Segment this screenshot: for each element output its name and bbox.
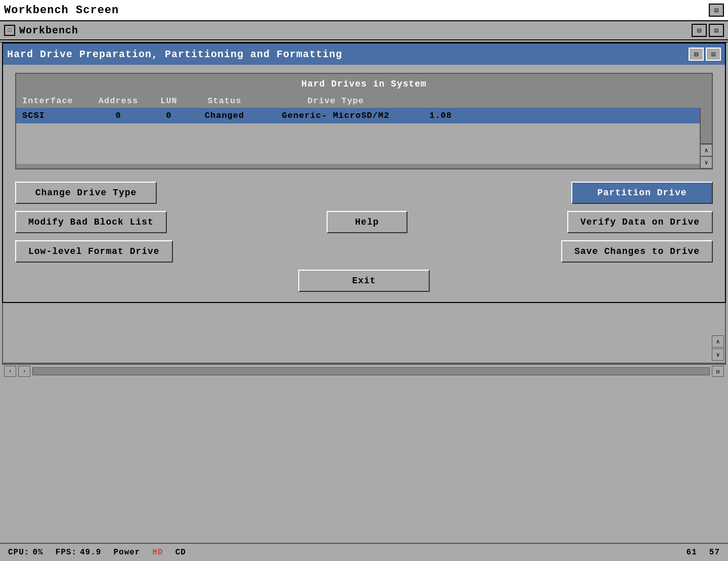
dialog-resize-button[interactable]: ⊡ — [706, 48, 721, 61]
row-interface: SCSI — [22, 111, 88, 120]
fps-value: 49.9 — [80, 548, 101, 557]
help-button[interactable]: Help — [327, 211, 407, 233]
low-level-format-button[interactable]: Low-level Format Drive — [15, 240, 173, 263]
button-row-4: Exit — [15, 270, 713, 292]
drive-table-section: Hard Drives in System Interface Address … — [15, 73, 713, 169]
fps-label: FPS: — [56, 548, 77, 557]
status-num1: 61 — [687, 548, 697, 557]
col-header-status: Status — [189, 96, 260, 106]
scroll-track — [701, 108, 712, 144]
button-row-2: Modify Bad Block List Help Verify Data o… — [15, 211, 713, 233]
col-header-interface: Interface — [22, 96, 88, 106]
workbench-save-button[interactable]: ⊟ — [692, 24, 707, 37]
empty-scroll-up-button[interactable]: ∧ — [712, 335, 724, 348]
drive-table-rows: SCSI 0 0 Changed Generic- MicroSD/M2 1.0… — [16, 108, 700, 168]
verify-data-button[interactable]: Verify Data on Drive — [567, 211, 713, 233]
h-resize-button[interactable]: ⊡ — [712, 366, 724, 377]
dialog-window: Hard Drive Preparation, Partitioning and… — [2, 42, 726, 303]
h-scroll-track — [32, 367, 710, 375]
cd-label: CD — [175, 548, 186, 557]
cpu-label: CPU: — [8, 548, 29, 557]
drive-table-heading: Hard Drives in System — [16, 74, 712, 94]
drive-table-header: Interface Address LUN Status Drive Type — [16, 94, 712, 108]
drive-table-with-scroll: SCSI 0 0 Changed Generic- MicroSD/M2 1.0… — [16, 108, 712, 168]
hd-label: HD — [152, 548, 163, 557]
row-drivetype: Generic- MicroSD/M2 — [260, 111, 412, 120]
h-scroll-left-button[interactable]: ‹ — [4, 366, 16, 377]
workbench-resize-button[interactable]: ⊡ — [709, 24, 724, 37]
table-row[interactable]: SCSI 0 0 Changed Generic- MicroSD/M2 1.0… — [16, 108, 700, 123]
dialog-title-buttons: ⊟ ⊡ — [689, 48, 721, 61]
dialog-title: Hard Drive Preparation, Partitioning and… — [7, 49, 342, 60]
drive-table-empty-space — [16, 123, 700, 164]
screen-wrapper: Workbench Screen ⊡ □ Workbench ⊟ ⊡ Hard … — [0, 0, 728, 561]
col-header-lun: LUN — [149, 96, 189, 106]
empty-area-scrollbtns: ∧ ∨ — [3, 335, 725, 363]
buttons-area: Change Drive Type Partition Drive Modify… — [15, 180, 713, 294]
workbench-menu-title: Workbench — [19, 25, 688, 36]
col-header-drivetype: Drive Type — [260, 96, 412, 106]
dialog-save-button[interactable]: ⊟ — [689, 48, 704, 61]
workbench-screen-title: Workbench Screen — [4, 4, 119, 17]
change-drive-type-button[interactable]: Change Drive Type — [15, 182, 157, 204]
empty-area: ∧ ∨ — [2, 303, 726, 364]
row-lun: 0 — [149, 111, 189, 120]
row-address: 0 — [88, 111, 149, 120]
button-row-1: Change Drive Type Partition Drive — [15, 182, 713, 204]
partition-drive-button[interactable]: Partition Drive — [571, 182, 713, 204]
h-scroll-right-button[interactable]: › — [18, 366, 30, 377]
button-row-3: Low-level Format Drive Save Changes to D… — [15, 240, 713, 263]
power-label: Power — [113, 548, 140, 557]
cpu-status: CPU: 0% — [8, 548, 43, 557]
dialog-content: Hard Drives in System Interface Address … — [3, 65, 725, 302]
screen-resize-button[interactable]: ⊡ — [709, 4, 724, 17]
dialog-title-bar: Hard Drive Preparation, Partitioning and… — [3, 44, 725, 65]
workbench-close-box[interactable]: □ — [4, 25, 15, 36]
status-num2: 57 — [709, 548, 720, 557]
empty-scroll-down-button[interactable]: ∨ — [712, 349, 724, 361]
workbench-menu-bar: □ Workbench ⊟ ⊡ — [0, 21, 728, 40]
workbench-menu-buttons: ⊟ ⊡ — [692, 24, 724, 37]
fps-status: FPS: 49.9 — [56, 548, 102, 557]
status-bar: CPU: 0% FPS: 49.9 Power HD CD 61 57 — [0, 543, 728, 561]
workbench-screen-bar: Workbench Screen ⊡ — [0, 0, 728, 21]
scroll-up-button[interactable]: ∧ — [700, 144, 712, 156]
scroll-down-button[interactable]: ∨ — [700, 156, 712, 168]
modify-bad-block-button[interactable]: Modify Bad Block List — [15, 211, 167, 233]
cpu-value: 0% — [32, 548, 43, 557]
row-status: Changed — [189, 111, 260, 120]
col-header-address: Address — [88, 96, 149, 106]
horizontal-scrollbar: ‹ › ⊡ — [2, 364, 726, 378]
row-version: 1.08 — [412, 111, 452, 120]
save-changes-button[interactable]: Save Changes to Drive — [561, 240, 713, 263]
exit-button[interactable]: Exit — [298, 270, 430, 292]
drive-table-scrollbar: ∧ ∨ — [700, 108, 712, 168]
